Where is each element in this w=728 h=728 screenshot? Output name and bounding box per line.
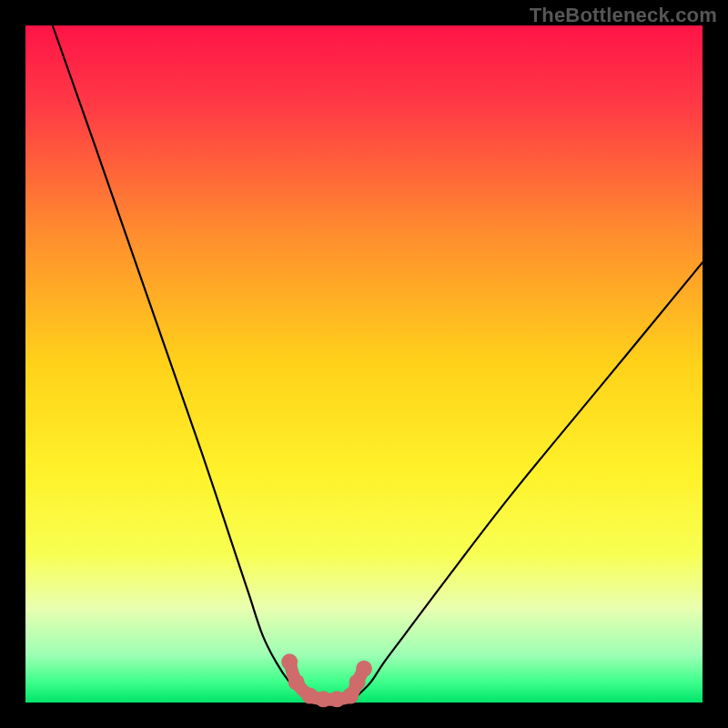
plot-background bbox=[25, 25, 703, 703]
bottleneck-chart bbox=[0, 0, 728, 728]
valley-marker bbox=[281, 653, 298, 670]
chart-frame: { "watermark": "TheBottleneck.com", "cha… bbox=[0, 0, 728, 728]
valley-marker bbox=[288, 674, 305, 691]
valley-marker bbox=[356, 661, 372, 677]
